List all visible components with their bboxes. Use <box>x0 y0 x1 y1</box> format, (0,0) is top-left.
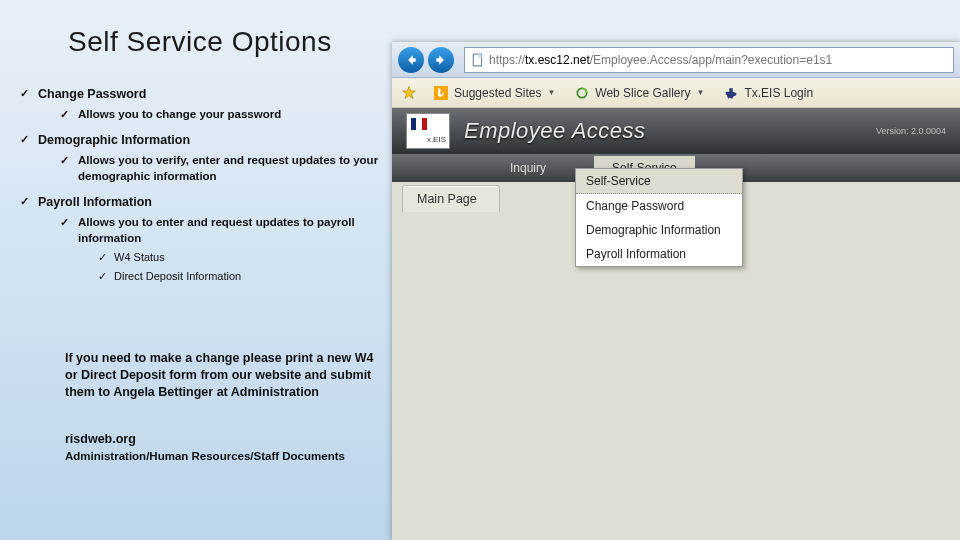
slide-title: Self Service Options <box>68 26 332 58</box>
bullet-payroll: Payroll Information <box>20 194 385 211</box>
dropdown-payroll-info[interactable]: Payroll Information <box>576 242 742 266</box>
bullet-direct-deposit: Direct Deposit Information <box>98 269 385 284</box>
browser-nav-bar: https://tx.esc12.net/Employee.Access/app… <box>392 42 960 78</box>
bullet-demographic: Demographic Information <box>20 132 385 149</box>
fav-txeis-login[interactable]: Tx.EIS Login <box>718 82 817 104</box>
txeis-logo <box>406 113 450 149</box>
bing-icon <box>432 84 450 102</box>
star-icon[interactable] <box>400 84 418 102</box>
fav-suggested-sites[interactable]: Suggested Sites▼ <box>428 82 559 104</box>
svg-rect-2 <box>434 86 448 100</box>
arrow-right-icon <box>434 53 448 67</box>
address-text: https://tx.esc12.net/Employee.Access/app… <box>489 53 832 67</box>
bullet-payroll-desc: Allows you to enter and request updates … <box>60 215 385 246</box>
tab-main-page[interactable]: Main Page <box>402 185 500 212</box>
menu-inquiry[interactable]: Inquiry <box>492 156 564 180</box>
arrow-left-icon <box>404 53 418 67</box>
fav-web-slice[interactable]: Web Slice Gallery▼ <box>569 82 708 104</box>
browser-screenshot: https://tx.esc12.net/Employee.Access/app… <box>392 42 960 540</box>
back-button[interactable] <box>398 47 424 73</box>
page-icon <box>471 53 485 67</box>
app-version: Version: 2.0.0004 <box>876 126 946 136</box>
bullet-change-password: Change Password <box>20 86 385 103</box>
website-path: Administration/Human Resources/Staff Doc… <box>65 450 345 462</box>
app-header: Employee Access Version: 2.0.0004 <box>392 108 960 154</box>
webslice-icon <box>573 84 591 102</box>
bullet-w4: W4 Status <box>98 250 385 265</box>
dropdown-header: Self-Service <box>576 169 742 194</box>
self-service-dropdown: Self-Service Change Password Demographic… <box>575 168 743 267</box>
app-title: Employee Access <box>464 118 646 144</box>
instruction-note: If you need to make a change please prin… <box>65 350 375 401</box>
favorites-bar: Suggested Sites▼ Web Slice Gallery▼ Tx.E… <box>392 78 960 108</box>
texas-icon <box>722 84 740 102</box>
website-url: risdweb.org <box>65 432 136 446</box>
bullet-list: Change Password Allows you to change you… <box>20 86 385 290</box>
address-bar[interactable]: https://tx.esc12.net/Employee.Access/app… <box>464 47 954 73</box>
dropdown-change-password[interactable]: Change Password <box>576 194 742 218</box>
forward-button[interactable] <box>428 47 454 73</box>
bullet-demographic-desc: Allows you to verify, enter and request … <box>60 153 385 184</box>
dropdown-demographic-info[interactable]: Demographic Information <box>576 218 742 242</box>
svg-rect-1 <box>478 54 482 58</box>
bullet-change-password-desc: Allows you to change your password <box>60 107 385 123</box>
